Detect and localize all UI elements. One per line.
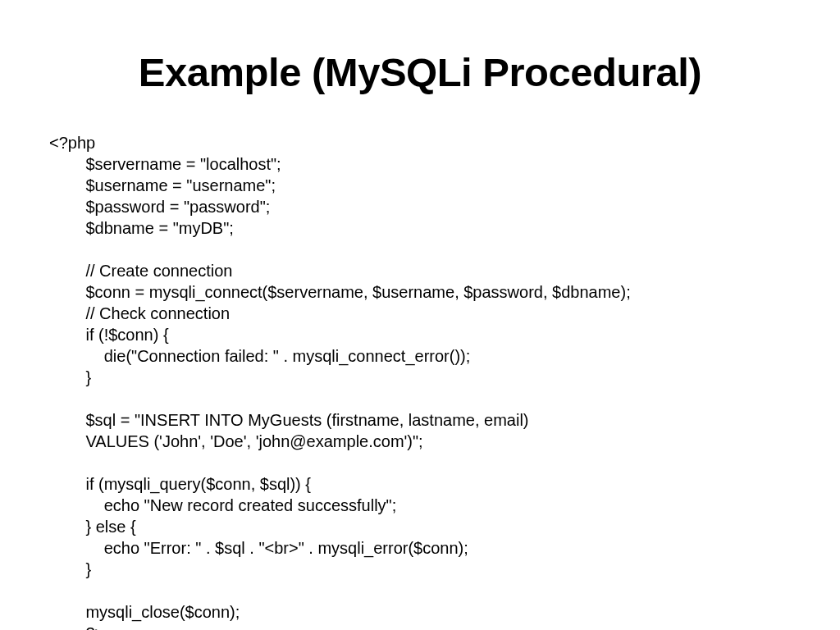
code-block: <?php $servername = "localhost"; $userna…: [49, 132, 791, 630]
slide-title: Example (MySQLi Procedural): [49, 49, 791, 95]
slide-container: Example (MySQLi Procedural) <?php $serve…: [0, 0, 840, 630]
